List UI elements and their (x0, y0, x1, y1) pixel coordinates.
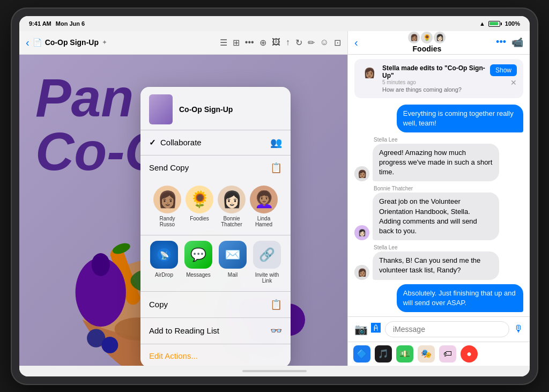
appstore-icon[interactable]: 🅰 (371, 323, 381, 336)
messages-input-bar: 📷 🅰 🎙 (348, 317, 530, 342)
messages-panel: ‹ 👩🏽 🌻 👩🏻 Foodies ••• 📹 (347, 31, 530, 366)
link-icon: 🔗 (253, 241, 281, 269)
send-copy-row[interactable]: Send Copy 📋 (140, 156, 291, 180)
app-icons-row: 📡 AirDrop 💬 Messages ✉️ Mail (140, 235, 291, 291)
notif-close-button[interactable]: ✕ (510, 78, 517, 87)
status-bar: 9:41 AM Mon Jun 6 ▲ 100% (19, 16, 530, 31)
tray-memoji-icon[interactable]: 🎭 (418, 345, 435, 363)
person-foodies[interactable]: 🌻 Foodies (186, 186, 213, 227)
main-area: ‹ 📄 Co-Op Sign-Up ✦ ☰ ⊞ ••• ⊕ 🖼 ↑ ↻ ✏ (19, 31, 530, 366)
tray-red-icon[interactable]: ● (461, 345, 478, 363)
popup-actions: ✓ Collaborate 👥 Send Copy 📋 (140, 130, 291, 180)
app-airdrop[interactable]: 📡 AirDrop (150, 241, 178, 284)
mic-icon[interactable]: 🎙 (514, 323, 523, 335)
grid-icon[interactable]: ⊞ (233, 38, 240, 48)
pages-panel: ‹ 📄 Co-Op Sign-Up ✦ ☰ ⊞ ••• ⊕ 🖼 ↑ ↻ ✏ (19, 31, 347, 366)
app-messages[interactable]: 💬 Messages (184, 241, 212, 284)
list-icon[interactable]: ☰ (220, 38, 227, 48)
doc-icon: 📄 (33, 38, 42, 47)
popup-doc-info: Co-Op Sign-Up (179, 105, 282, 114)
bubble-2: Agreed! Amazing how much progress we've … (373, 144, 499, 182)
ipad-frame: 9:41 AM Mon Jun 6 ▲ 100% (12, 9, 537, 384)
person-bonnie[interactable]: 👩🏻 BonnieThatcher (218, 186, 246, 227)
copy-row[interactable]: Copy 📋 (140, 292, 291, 318)
add-icon[interactable]: ⊕ (259, 38, 266, 48)
message-row-5: Absolutely. Just finishing that up and w… (354, 284, 523, 312)
person-linda[interactable]: 👩🏽‍🦱 LindaHamed (250, 186, 278, 227)
doc-canvas: Pan Co-O (19, 55, 347, 366)
emoji-icon[interactable]: ☺ (320, 38, 329, 47)
input-left-icons: 📷 🅰 (354, 323, 381, 336)
bubble-3: Great job on the Volunteer Orientation H… (373, 193, 499, 240)
group-name[interactable]: Foodies (413, 45, 442, 53)
send-copy-icon: 📋 (270, 162, 282, 174)
notification-banner: 👩🏽 Stella made edits to "Co-Op Sign-Up" … (354, 59, 523, 98)
popup-header: Co-Op Sign-Up (140, 87, 291, 130)
tray-cash-icon[interactable]: 💵 (396, 345, 413, 363)
tray-sticker-icon[interactable]: 🏷 (439, 345, 456, 363)
tray-music-icon[interactable]: 🎵 (375, 345, 392, 363)
group-avatar-1: 👩🏽 (408, 32, 420, 43)
dot-menu-icon[interactable]: ••• (245, 38, 254, 47)
app-link[interactable]: 🔗 Invite withLink (253, 241, 281, 284)
messages-header-center: 👩🏽 🌻 👩🏻 Foodies (362, 32, 492, 53)
pencil-icon[interactable]: ✏ (308, 38, 315, 48)
person-avatar-foodies: 🌻 (186, 186, 213, 213)
message-row-1: Everything is coming together really wel… (354, 105, 523, 132)
messages-body: 👩🏽 Stella made edits to "Co-Op Sign-Up" … (348, 55, 530, 316)
status-bar-right: ▲ 100% (479, 20, 520, 27)
reading-list-row[interactable]: Add to Reading List 👓 (140, 318, 291, 344)
messages-toolbar-icons: ••• 📹 (496, 36, 523, 48)
rotate-icon[interactable]: ↻ (295, 38, 302, 48)
person-randy[interactable]: 👩🏽 RandyRusso (153, 186, 181, 227)
copy-label: Copy (149, 300, 270, 309)
battery-percent: 100% (505, 20, 520, 27)
message-row-4: 👩🏽 Thanks, B! Can you send me the volunt… (354, 252, 523, 279)
bubble-1: Everything is coming together really wel… (397, 105, 523, 132)
notif-show-button[interactable]: Show (490, 64, 517, 76)
notif-title-text: Stella made edits to "Co-Op Sign-Up" (382, 64, 485, 79)
edit-actions-label: Edit Actions... (149, 351, 282, 360)
camera-icon[interactable]: 📷 (354, 323, 368, 336)
toolbar-icons: ☰ ⊞ ••• ⊕ 🖼 ↑ ↻ ✏ ☺ ⊡ (220, 38, 341, 48)
message-row-2: 👩🏽 Agreed! Amazing how much progress we'… (354, 144, 523, 182)
more-dots-icon[interactable]: ••• (496, 36, 506, 48)
messages-back-button[interactable]: ‹ (354, 36, 358, 49)
messages-icon: 💬 (184, 241, 212, 269)
popup-doc-title: Co-Op Sign-Up (179, 105, 282, 114)
tray-appstore-icon[interactable]: 🔷 (353, 345, 370, 363)
home-bar (242, 370, 307, 372)
messages-input-area: 📷 🅰 🎙 🔷 🎵 💵 🎭 🏷 ● (348, 316, 530, 366)
sender-stella-1: Stella Lee (374, 137, 523, 143)
extra-icon[interactable]: ⊡ (334, 38, 341, 48)
message-input[interactable] (385, 321, 509, 337)
person-avatar-linda: 👩🏽‍🦱 (250, 186, 278, 213)
notif-avatar: 👩🏽 (361, 64, 378, 82)
doc-name[interactable]: Co-Op Sign-Up (45, 38, 99, 47)
share-icon[interactable]: ↑ (286, 38, 290, 47)
status-bar-left: 9:41 AM Mon Jun 6 (29, 20, 85, 27)
group-avatar-2: 🌻 (421, 32, 433, 43)
reading-list-label: Add to Reading List (149, 326, 270, 335)
airdrop-icon: 📡 (150, 241, 178, 269)
message-group-3: Bonnie Thatcher 👩🏻 Great job on the Volu… (354, 186, 523, 240)
person-name-bonnie: BonnieThatcher (221, 216, 242, 227)
bubble-4: Thanks, B! Can you send me the volunteer… (373, 252, 499, 279)
avatar-stella-1: 👩🏽 (354, 166, 369, 181)
video-call-icon[interactable]: 📹 (511, 36, 523, 48)
person-avatar-randy: 👩🏽 (153, 186, 181, 213)
pages-toolbar: ‹ 📄 Co-Op Sign-Up ✦ ☰ ⊞ ••• ⊕ 🖼 ↑ ↻ ✏ (19, 31, 347, 55)
share-popup[interactable]: Co-Op Sign-Up ✓ Collaborate 👥 (140, 87, 291, 366)
media-icon[interactable]: 🖼 (272, 38, 280, 47)
back-button[interactable]: ‹ (26, 36, 29, 49)
avatar-bonnie-1: 👩🏻 (354, 225, 369, 240)
collaborate-icon: 👥 (270, 137, 282, 149)
edit-actions-row[interactable]: Edit Actions... (140, 344, 291, 366)
wifi-icon: ▲ (479, 20, 485, 27)
collaborate-row[interactable]: ✓ Collaborate 👥 (140, 130, 291, 156)
people-row: 👩🏽 RandyRusso 🌻 Foodies 👩🏻 BonnieThatche… (140, 180, 291, 235)
svg-point-7 (92, 253, 110, 276)
app-mail[interactable]: ✉️ Mail (219, 241, 247, 284)
ipad-screen: 9:41 AM Mon Jun 6 ▲ 100% (19, 16, 530, 376)
group-avatar-3: 👩🏻 (434, 32, 446, 43)
